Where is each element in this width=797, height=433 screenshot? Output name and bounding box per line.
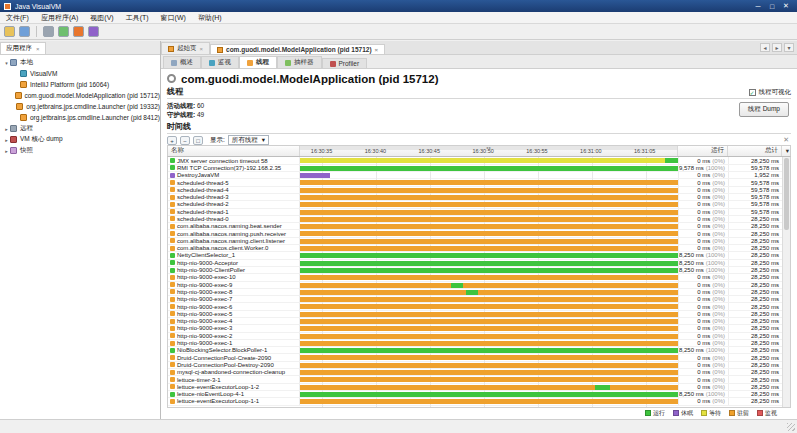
tree-item-6[interactable]: ▸远程 xyxy=(0,123,160,134)
menu-item-2[interactable]: 视图(V) xyxy=(84,12,119,23)
close-icon[interactable]: × xyxy=(36,46,40,52)
running-percent: (0%) xyxy=(712,245,725,251)
menu-item-4[interactable]: 窗口(W) xyxy=(155,12,192,23)
thread-row[interactable]: Druid-ConnectionPool-Create-20900 ms(0%)… xyxy=(168,354,790,361)
thread-row[interactable]: lettuce-timer-3-10 ms(0%)28,250 ms xyxy=(168,376,790,383)
thread-row[interactable]: DestroyJavaVM0 ms(0%)1,952 ms xyxy=(168,172,790,179)
tree-item-1[interactable]: VisualVM xyxy=(0,68,160,79)
subtab-线程[interactable]: 线程 xyxy=(239,56,277,68)
scrollbar-thumb[interactable] xyxy=(784,158,789,230)
save-all-icon[interactable] xyxy=(19,26,30,37)
timeline-close-icon[interactable]: ✕ xyxy=(783,136,791,144)
thread-row[interactable]: scheduled-thread-10 ms(0%)59,578 ms xyxy=(168,209,790,216)
thread-row[interactable]: http-nio-9000-exec-50 ms(0%)28,250 ms xyxy=(168,311,790,318)
thread-dump-button[interactable]: 线程 Dump xyxy=(739,102,789,117)
thread-row[interactable]: http-nio-9000-exec-60 ms(0%)28,250 ms xyxy=(168,303,790,310)
running-percent: (0%) xyxy=(712,194,725,200)
tree-item-3[interactable]: com.guodi.model.ModelApplication (pid 15… xyxy=(0,90,160,101)
running-percent: (0%) xyxy=(712,180,725,186)
tab-scroll-control-0[interactable]: ◂ xyxy=(760,43,770,52)
state-segment-park xyxy=(478,290,678,295)
timeline-column-header[interactable]: ◂ ▸ 16:30:3516:30:4016:30:4516:30:5016:3… xyxy=(300,146,678,156)
thread-name: com.alibaba.nacos.naming.beat.sender xyxy=(177,223,282,229)
thread-row[interactable]: http-nio-9000-exec-40 ms(0%)28,250 ms xyxy=(168,318,790,325)
document-tab-1[interactable]: com.guodi.model.ModelApplication (pid 15… xyxy=(210,44,385,54)
thread-row[interactable]: scheduled-thread-40 ms(0%)59,578 ms xyxy=(168,187,790,194)
threads-visualization-checkbox[interactable]: ✓ xyxy=(749,89,756,96)
tab-scroll-control-1[interactable]: ▸ xyxy=(772,43,782,52)
thread-row[interactable]: http-nio-9000-exec-30 ms(0%)28,250 ms xyxy=(168,325,790,332)
total-column-header[interactable]: 总计 xyxy=(728,146,782,156)
tree-item-5[interactable]: org.jetbrains.jps.cmdline.Launcher (pid … xyxy=(0,112,160,123)
thread-row[interactable]: RMI TCP Connection(37)-192.168.2.3559,57… xyxy=(168,165,790,172)
thread-row[interactable]: http-nio-9000-exec-90 ms(0%)28,250 ms xyxy=(168,282,790,289)
tree-item-8[interactable]: ▸快照 xyxy=(0,145,160,156)
menu-item-1[interactable]: 应用程序(A) xyxy=(35,12,84,23)
close-button[interactable]: ✕ xyxy=(779,2,793,10)
subtab-监视[interactable]: 监视 xyxy=(201,56,239,68)
thread-row[interactable]: lettuce-nioEventLoop-4-128,250 ms(100%)2… xyxy=(168,391,790,398)
zoom-in-icon[interactable]: + xyxy=(167,136,177,145)
thread-row[interactable]: scheduled-thread-30 ms(0%)59,578 ms xyxy=(168,194,790,201)
menu-item-5[interactable]: 帮助(H) xyxy=(192,12,228,23)
subtab-抽样器[interactable]: 抽样器 xyxy=(277,56,322,68)
thread-row[interactable]: http-nio-9000-exec-70 ms(0%)28,250 ms xyxy=(168,296,790,303)
expand-icon[interactable]: ▸ xyxy=(3,137,10,143)
thread-row[interactable]: JMX server connection timeout 580 ms(0%)… xyxy=(168,157,790,164)
subtab-概述[interactable]: 概述 xyxy=(163,56,201,68)
fit-width-icon[interactable]: □ xyxy=(193,136,203,145)
resize-grip-icon[interactable] xyxy=(787,423,795,431)
thread-row[interactable]: Druid-ConnectionPool-Destroy-20900 ms(0%… xyxy=(168,362,790,369)
thread-row[interactable]: http-nio-9000-exec-100 ms(0%)28,250 ms xyxy=(168,274,790,281)
tab-scroll-control-2[interactable]: ▾ xyxy=(784,43,794,52)
menu-item-3[interactable]: 工具(T) xyxy=(120,12,155,23)
zoom-out-icon[interactable]: − xyxy=(180,136,190,145)
snapshot-camera-icon[interactable] xyxy=(43,26,54,37)
tab-applications[interactable]: 应用程序 × xyxy=(0,42,46,54)
thread-row[interactable]: scheduled-thread-00 ms(0%)28,250 ms xyxy=(168,216,790,223)
thread-row[interactable]: mysql-cj-abandoned-connection-cleanup0 m… xyxy=(168,369,790,376)
thread-row[interactable]: scheduled-thread-50 ms(0%)59,578 ms xyxy=(168,179,790,186)
expand-icon[interactable]: ▸ xyxy=(3,126,10,132)
document-tab-0[interactable]: 起始页× xyxy=(161,42,210,54)
thread-row[interactable]: http-nio-9000-ClientPoller28,250 ms(100%… xyxy=(168,267,790,274)
thread-row[interactable]: http-nio-9000-exec-20 ms(0%)28,250 ms xyxy=(168,333,790,340)
total-cell: 28,250 ms xyxy=(728,274,782,280)
heap-dump-icon[interactable] xyxy=(73,26,84,37)
open-snapshot-icon[interactable] xyxy=(4,26,15,37)
view-filter-dropdown[interactable]: 所有线程 ▾ xyxy=(228,135,269,145)
collapse-icon[interactable]: ▾ xyxy=(3,60,10,66)
thread-row[interactable]: http-nio-9000-exec-80 ms(0%)28,250 ms xyxy=(168,289,790,296)
thread-row[interactable]: http-nio-9000-Acceptor28,250 ms(100%)28,… xyxy=(168,260,790,267)
maximize-button[interactable]: □ xyxy=(765,3,779,10)
thread-row[interactable]: lettuce-eventExecutorLoop-1-20 ms(0%)28,… xyxy=(168,384,790,391)
thread-row[interactable]: http-nio-9000-exec-10 ms(0%)28,250 ms xyxy=(168,340,790,347)
tree-item-7[interactable]: ▸VM 核心 dump xyxy=(0,134,160,145)
name-column-header[interactable]: 名称 xyxy=(168,146,300,156)
subtab-Profiler[interactable]: Profiler xyxy=(322,58,368,68)
expand-icon[interactable]: ▸ xyxy=(3,148,10,154)
tree-item-2[interactable]: IntelliJ Platform (pid 16064) xyxy=(0,79,160,90)
menu-item-0[interactable]: 文件(F) xyxy=(0,12,35,23)
thread-row[interactable]: NioBlockingSelector.BlockPoller-128,250 … xyxy=(168,347,790,354)
tab-close-icon[interactable]: × xyxy=(200,46,204,52)
minimize-button[interactable]: ─ xyxy=(751,3,765,10)
thread-row[interactable]: com.alibaba.nacos.client.Worker.00 ms(0%… xyxy=(168,245,790,252)
thread-dump-icon[interactable] xyxy=(88,26,99,37)
thread-row[interactable]: scheduled-thread-20 ms(0%)59,578 ms xyxy=(168,201,790,208)
running-column-header[interactable]: 运行 xyxy=(678,146,728,156)
running-cell: 0 ms(0%) xyxy=(678,333,728,339)
column-selector-icon[interactable]: ▾ xyxy=(782,146,790,156)
tree-item-4[interactable]: org.jetbrains.jps.cmdline.Launcher (pid … xyxy=(0,101,160,112)
thread-row[interactable]: com.alibaba.nacos.naming.client.listener… xyxy=(168,238,790,245)
thread-row[interactable]: com.alibaba.nacos.naming.beat.sender0 ms… xyxy=(168,223,790,230)
timeline-toolbar: + − □ 显示: 所有线程 ▾ ✕ xyxy=(167,134,791,145)
tab-close-icon[interactable]: × xyxy=(375,47,379,53)
thread-row[interactable]: lettuce-eventExecutorLoop-1-10 ms(0%)28,… xyxy=(168,398,790,405)
thread-row[interactable]: NettyClientSelector_128,250 ms(100%)28,2… xyxy=(168,252,790,259)
gc-icon[interactable] xyxy=(58,26,69,37)
tree-item-0[interactable]: ▾本地 xyxy=(0,57,160,68)
main-toolbar xyxy=(0,24,797,40)
thread-row[interactable]: com.alibaba.nacos.naming.push.receiver0 … xyxy=(168,230,790,237)
vertical-scrollbar[interactable] xyxy=(782,157,790,406)
